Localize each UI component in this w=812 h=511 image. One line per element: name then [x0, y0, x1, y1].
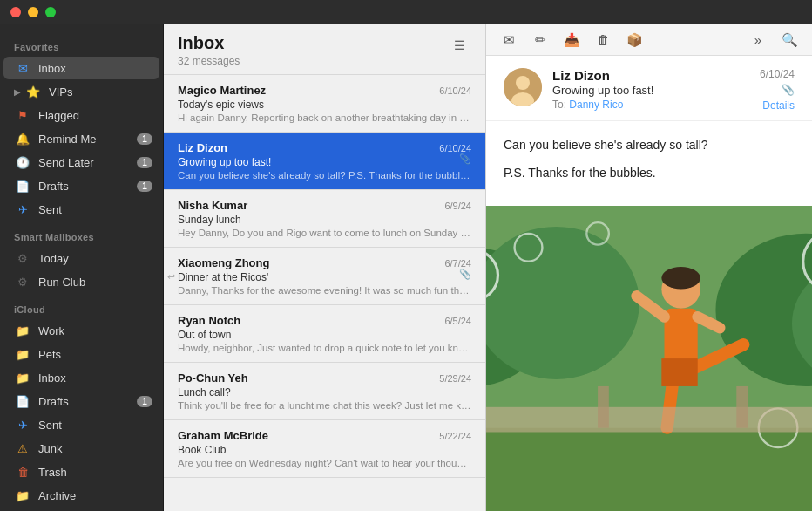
reply-button[interactable]: ✉: [497, 28, 521, 52]
sidebar-item-icloud-pets[interactable]: 📁Pets: [3, 343, 159, 365]
sidebar-item-vips[interactable]: ▶⭐VIPs: [3, 80, 159, 103]
archive-button[interactable]: 📥: [559, 28, 584, 52]
email-subject: Growing up too fast!: [178, 156, 471, 168]
icloud-junk-icon: ⚠: [14, 439, 31, 457]
email-detail-panel: ✉ ✏ 📥 🗑 📦 » 🔍 Liz Dizon Growing up too f…: [486, 24, 812, 511]
email-item[interactable]: Ryan Notch6/5/24Out of townHowdy, neighb…: [164, 305, 485, 363]
email-item-header: Magico Martinez6/10/24: [178, 84, 471, 97]
sidebar-item-icloud-work[interactable]: 📁Work: [3, 319, 159, 342]
detail-subject: Growing up too fast!: [552, 84, 749, 97]
close-button[interactable]: [10, 7, 21, 17]
sidebar-item-icloud-archive[interactable]: 📁Archive: [3, 484, 159, 507]
run-club-icon: ⚙: [14, 273, 31, 290]
email-sender: Magico Martinez: [178, 84, 266, 97]
sidebar-item-icloud-inbox[interactable]: 📁Inbox: [3, 366, 159, 389]
email-sender: Po-Chun Yeh: [178, 371, 248, 385]
sidebar-item-icloud-sent[interactable]: ✈Sent: [3, 413, 159, 436]
sidebar-label: Inbox: [38, 371, 152, 385]
sidebar-item-run-club[interactable]: ⚙Run Club: [3, 270, 159, 293]
email-list-panel: Inbox 32 messages ☰ Magico Martinez6/10/…: [164, 24, 486, 511]
sidebar-label: Drafts: [38, 180, 137, 193]
sidebar-label: Today: [38, 252, 152, 265]
email-subject: Dinner at the Ricos': [178, 271, 471, 283]
sidebar-label: Remind Me: [38, 133, 137, 146]
flagged-icon: ⚑: [14, 106, 31, 124]
more-button[interactable]: »: [746, 28, 770, 52]
sidebar-item-send-later[interactable]: 🕐Send Later1: [3, 151, 159, 174]
detail-date: 6/10/24: [760, 68, 795, 80]
minimize-button[interactable]: [28, 7, 38, 17]
sidebar-item-inbox[interactable]: ✉Inbox: [3, 57, 159, 79]
svg-rect-27: [486, 407, 812, 433]
badge: 1: [137, 133, 152, 145]
filter-button[interactable]: ☰: [447, 33, 471, 58]
detail-to: To: Danny Rico: [552, 99, 749, 111]
icloud-archive-icon: 📁: [14, 487, 31, 504]
sidebar-label: Run Club: [38, 276, 152, 289]
email-preview: Are you free on Wednesday night? Can't w…: [178, 458, 471, 468]
search-button[interactable]: 🔍: [777, 28, 802, 52]
badge: 1: [137, 181, 152, 192]
mailbox-title: Inbox: [178, 33, 240, 53]
sidebar-item-icloud-trash[interactable]: 🗑Trash: [3, 460, 159, 483]
sidebar-item-icloud-drafts[interactable]: 📄Drafts1: [3, 390, 159, 412]
sidebar-label: Work: [38, 324, 152, 337]
title-bar: [0, 0, 812, 24]
sidebar: Favorites✉Inbox▶⭐VIPs⚑Flagged🔔Remind Me1…: [0, 24, 164, 511]
sent-icon: ✈: [14, 201, 31, 218]
sidebar-item-today[interactable]: ⚙Today: [3, 247, 159, 269]
body-paragraph: P.S. Thanks for the bubbles.: [504, 163, 795, 182]
email-item[interactable]: Graham McBride5/22/24Book ClubAre you fr…: [164, 420, 485, 478]
email-sender: Graham McBride: [178, 429, 268, 442]
attachment-icon: 📎: [782, 84, 795, 96]
email-preview: Hey Danny, Do you and Rigo want to come …: [178, 228, 471, 238]
email-item[interactable]: Liz Dizon6/10/24Growing up too fast!Can …: [164, 133, 485, 190]
sidebar-label: Inbox: [38, 62, 152, 75]
sidebar-item-flagged[interactable]: ⚑Flagged: [3, 104, 159, 126]
fullscreen-button[interactable]: [45, 7, 56, 17]
sidebar-label: Flagged: [38, 109, 152, 122]
attachment-icon: 📎: [459, 269, 471, 280]
email-sender: Ryan Notch: [178, 314, 240, 327]
detail-body: Can you believe she's already so tall?P.…: [486, 121, 812, 206]
trash-button[interactable]: 🗑: [591, 28, 615, 52]
email-list-header: Inbox 32 messages ☰: [164, 24, 485, 75]
email-item[interactable]: Magico Martinez6/10/24Today's epic views…: [164, 75, 485, 133]
detail-image: [486, 206, 812, 511]
email-sender: Liz Dizon: [178, 141, 227, 154]
compose-button[interactable]: ✏: [528, 28, 552, 52]
today-icon: ⚙: [14, 249, 31, 267]
sidebar-item-sent[interactable]: ✈Sent: [3, 198, 159, 221]
email-subject: Out of town: [178, 329, 471, 341]
email-date: 5/29/24: [439, 373, 471, 384]
email-subject: Lunch call?: [178, 386, 471, 399]
body-paragraph: Can you believe she's already so tall?: [504, 135, 795, 154]
move-button[interactable]: 📦: [622, 28, 646, 52]
email-item[interactable]: ↩Xiaomeng Zhong6/7/24Dinner at the Ricos…: [164, 248, 485, 305]
chevron-icon: ▶: [14, 87, 21, 97]
inbox-icon: ✉: [14, 59, 31, 77]
sidebar-item-remind-me[interactable]: 🔔Remind Me1: [3, 127, 159, 150]
sidebar-item-drafts[interactable]: 📄Drafts1: [3, 174, 159, 197]
sidebar-label: Drafts: [38, 395, 137, 408]
sidebar-label: Junk: [38, 442, 152, 455]
detail-sender: Liz Dizon: [552, 68, 749, 83]
avatar: [504, 68, 542, 106]
icloud-drafts-icon: 📄: [14, 392, 31, 410]
list-toolbar: ☰: [447, 33, 471, 58]
email-date: 6/10/24: [439, 85, 471, 96]
email-preview: Think you'll be free for a lunchtime cha…: [178, 400, 471, 411]
svg-rect-16: [661, 358, 697, 386]
vips-icon: ⭐: [24, 83, 42, 100]
icloud-pets-icon: 📁: [14, 345, 31, 363]
email-item-header: Graham McBride5/22/24: [178, 429, 471, 442]
email-item[interactable]: Nisha Kumar6/9/24Sunday lunchHey Danny, …: [164, 190, 485, 248]
sidebar-item-icloud-junk[interactable]: ⚠Junk: [3, 437, 159, 460]
email-sender: Nisha Kumar: [178, 199, 247, 212]
email-preview: Danny, Thanks for the awesome evening! I…: [178, 285, 471, 296]
email-date: 5/22/24: [439, 431, 471, 441]
details-button[interactable]: Details: [762, 99, 795, 112]
send-later-icon: 🕐: [14, 153, 31, 171]
email-item[interactable]: Po-Chun Yeh5/29/24Lunch call?Think you'l…: [164, 363, 485, 420]
badge: 1: [137, 396, 152, 407]
